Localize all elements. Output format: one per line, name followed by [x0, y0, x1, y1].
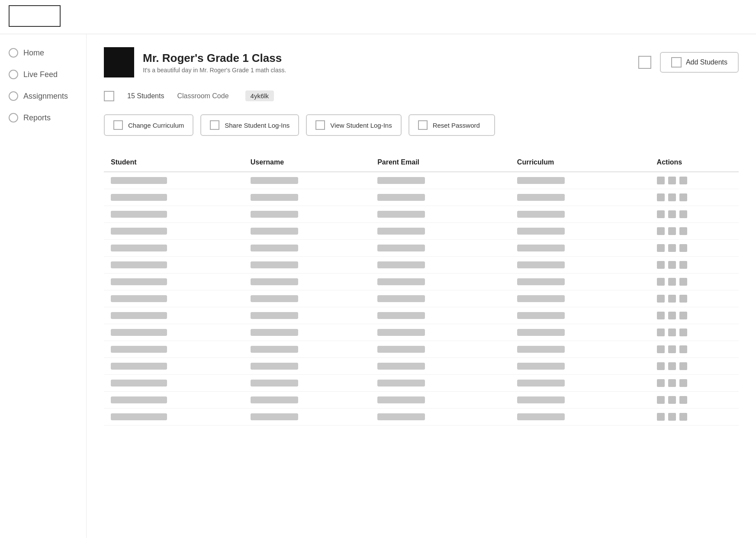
- action-icon-1[interactable]: [657, 261, 665, 269]
- action-icon-2[interactable]: [668, 227, 676, 235]
- action-icon-1[interactable]: [657, 193, 665, 201]
- action-icon-2[interactable]: [668, 413, 676, 421]
- action-icon-3[interactable]: [679, 312, 687, 319]
- curriculum-skeleton: [517, 413, 565, 420]
- actions-cell: [657, 362, 732, 370]
- view-student-logins-button[interactable]: View Student Log-Ins: [306, 114, 401, 136]
- col-header-actions: Actions: [650, 153, 739, 172]
- action-icon-3[interactable]: [679, 278, 687, 286]
- action-icon-1[interactable]: [657, 345, 665, 353]
- students-checkbox[interactable]: [104, 91, 114, 101]
- sidebar-item-assignments[interactable]: Assignments: [4, 86, 82, 106]
- class-header: Mr. Roger's Grade 1 Class It's a beautif…: [104, 47, 739, 77]
- action-icon-2[interactable]: [668, 177, 676, 184]
- action-icon-3[interactable]: [679, 413, 687, 421]
- action-icon-2[interactable]: [668, 244, 676, 252]
- view-logins-icon: [315, 120, 325, 130]
- action-icon-3[interactable]: [679, 193, 687, 201]
- curriculum-skeleton: [517, 380, 565, 387]
- student-name-skeleton: [111, 194, 167, 201]
- curriculum-skeleton: [517, 329, 565, 336]
- change-curriculum-button[interactable]: Change Curriculum: [104, 114, 193, 136]
- share-student-logins-button[interactable]: Share Student Log-Ins: [200, 114, 299, 136]
- action-icon-2[interactable]: [668, 210, 676, 218]
- action-icon-3[interactable]: [679, 244, 687, 252]
- action-icon-2[interactable]: [668, 295, 676, 303]
- table-row: [104, 189, 739, 206]
- action-icon-3[interactable]: [679, 396, 687, 404]
- action-icon-2[interactable]: [668, 312, 676, 319]
- top-bar: [0, 0, 756, 34]
- action-icon-1[interactable]: [657, 413, 665, 421]
- student-name-skeleton: [111, 261, 167, 268]
- username-skeleton: [251, 346, 298, 353]
- sidebar-item-live-feed[interactable]: Live Feed: [4, 64, 82, 84]
- live-feed-icon: [9, 70, 18, 79]
- sidebar-item-reports[interactable]: Reports: [4, 108, 82, 128]
- action-icon-1[interactable]: [657, 312, 665, 319]
- sidebar-item-home[interactable]: Home: [4, 43, 82, 63]
- student-name-skeleton: [111, 177, 167, 184]
- action-icon-2[interactable]: [668, 329, 676, 336]
- actions-cell: [657, 345, 732, 353]
- email-skeleton: [377, 177, 425, 184]
- add-students-button[interactable]: Add Students: [660, 52, 739, 73]
- email-skeleton: [377, 278, 425, 285]
- email-skeleton: [377, 194, 425, 201]
- action-icon-2[interactable]: [668, 261, 676, 269]
- action-icon-1[interactable]: [657, 379, 665, 387]
- action-icon-3[interactable]: [679, 345, 687, 353]
- action-icon-2[interactable]: [668, 362, 676, 370]
- action-icon-3[interactable]: [679, 261, 687, 269]
- action-icon-1[interactable]: [657, 278, 665, 286]
- action-icon-1[interactable]: [657, 244, 665, 252]
- action-icon-2[interactable]: [668, 193, 676, 201]
- class-avatar: [104, 47, 134, 77]
- email-skeleton: [377, 245, 425, 251]
- add-students-label: Add Students: [686, 58, 727, 66]
- email-skeleton: [377, 228, 425, 235]
- col-header-curriculum: Curriculum: [510, 153, 650, 172]
- action-icon-1[interactable]: [657, 329, 665, 336]
- action-icon-3[interactable]: [679, 227, 687, 235]
- edit-icon[interactable]: [638, 56, 651, 69]
- action-icon-3[interactable]: [679, 210, 687, 218]
- student-name-skeleton: [111, 346, 167, 353]
- action-icon-2[interactable]: [668, 396, 676, 404]
- add-students-icon: [671, 57, 682, 68]
- action-icon-1[interactable]: [657, 210, 665, 218]
- col-header-username: Username: [244, 153, 370, 172]
- action-icon-1[interactable]: [657, 227, 665, 235]
- actions-cell: [657, 329, 732, 336]
- curriculum-skeleton: [517, 211, 565, 218]
- reset-password-button[interactable]: Reset Password: [409, 114, 495, 136]
- username-skeleton: [251, 380, 298, 387]
- action-icon-2[interactable]: [668, 278, 676, 286]
- email-skeleton: [377, 211, 425, 218]
- action-icon-3[interactable]: [679, 177, 687, 184]
- curriculum-skeleton: [517, 363, 565, 370]
- action-icon-2[interactable]: [668, 345, 676, 353]
- action-icon-1[interactable]: [657, 177, 665, 184]
- student-name-skeleton: [111, 413, 167, 420]
- action-icon-3[interactable]: [679, 362, 687, 370]
- home-icon: [9, 48, 18, 58]
- action-icon-1[interactable]: [657, 362, 665, 370]
- sidebar-item-label: Reports: [23, 113, 51, 122]
- action-icon-2[interactable]: [668, 379, 676, 387]
- table-row: [104, 274, 739, 290]
- sidebar-item-label: Home: [23, 48, 44, 58]
- username-skeleton: [251, 312, 298, 319]
- username-skeleton: [251, 363, 298, 370]
- table-row: [104, 172, 739, 189]
- curriculum-skeleton: [517, 278, 565, 285]
- action-icon-3[interactable]: [679, 329, 687, 336]
- action-icon-1[interactable]: [657, 295, 665, 303]
- action-icon-3[interactable]: [679, 295, 687, 303]
- action-icon-1[interactable]: [657, 396, 665, 404]
- student-name-skeleton: [111, 278, 167, 285]
- username-skeleton: [251, 261, 298, 268]
- action-icon-3[interactable]: [679, 379, 687, 387]
- email-skeleton: [377, 380, 425, 387]
- student-name-skeleton: [111, 312, 167, 319]
